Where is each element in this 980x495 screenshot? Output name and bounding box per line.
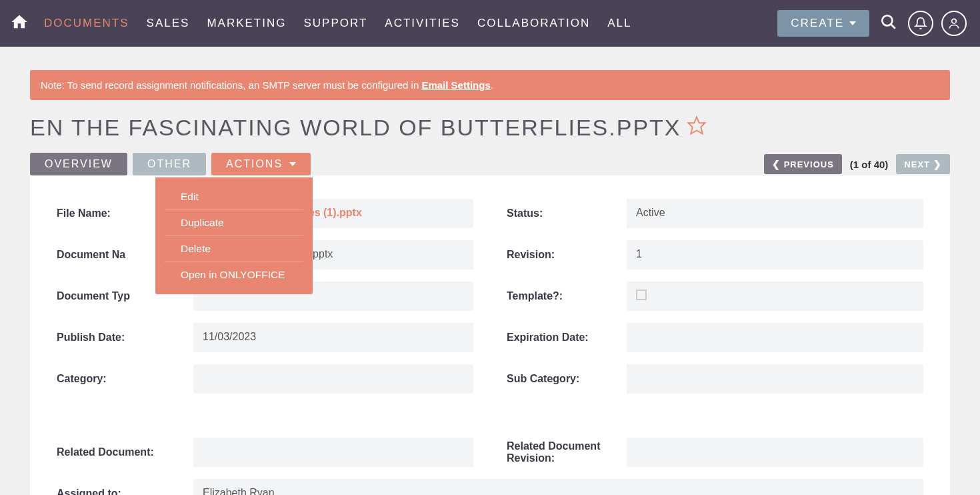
svg-point-2 [952, 19, 957, 23]
label-revision: Revision: [507, 249, 627, 261]
nav-marketing[interactable]: MARKETING [198, 0, 295, 47]
create-button[interactable]: CREATE [777, 10, 869, 37]
svg-point-0 [882, 15, 892, 25]
page-title: EN THE FASCINATING WORLD OF BUTTERFLIES.… [30, 115, 950, 141]
nav-links: DOCUMENTS SALES MARKETING SUPPORT ACTIVI… [35, 0, 777, 47]
label-related-document-revision: Related Document Revision: [507, 440, 627, 464]
alert-link[interactable]: Email Settings [421, 79, 490, 91]
tab-overview[interactable]: OVERVIEW [30, 153, 127, 175]
label-template: Template?: [507, 290, 627, 302]
action-duplicate[interactable]: Duplicate [165, 210, 303, 236]
row-expiration-date: Expiration Date: [507, 323, 923, 352]
star-icon[interactable] [687, 115, 707, 141]
value-revision: 1 [627, 240, 923, 270]
svg-line-1 [891, 24, 895, 29]
label-sub-category: Sub Category: [507, 373, 627, 385]
alert-suffix: . [491, 79, 493, 91]
nav-all[interactable]: ALL [599, 0, 640, 47]
top-navigation: DOCUMENTS SALES MARKETING SUPPORT ACTIVI… [0, 0, 980, 47]
value-sub-category [627, 364, 923, 394]
row-publish-date: Publish Date: 11/03/2023 [57, 323, 473, 352]
action-edit[interactable]: Edit [165, 184, 303, 210]
toolbar: OVERVIEW OTHER ACTIONS Edit Duplicate De… [30, 153, 950, 175]
tab-actions[interactable]: ACTIONS [211, 153, 311, 175]
previous-button[interactable]: ❮ PREVIOUS [764, 154, 842, 174]
row-related-document-revision: Related Document Revision: [507, 438, 923, 467]
previous-label: PREVIOUS [784, 159, 834, 169]
row-related-document: Related Document: [57, 438, 473, 467]
action-open-onlyoffice[interactable]: Open in ONLYOFFICE [165, 262, 303, 288]
row-category: Category: [57, 364, 473, 394]
tab-other[interactable]: OTHER [133, 153, 206, 175]
create-label: CREATE [791, 17, 844, 30]
nav-activities[interactable]: ACTIVITIES [376, 0, 469, 47]
row-template: Template?: [507, 282, 923, 311]
template-checkbox[interactable] [636, 290, 647, 300]
search-icon[interactable] [880, 13, 897, 33]
actions-dropdown: Edit Duplicate Delete Open in ONLYOFFICE [155, 177, 313, 294]
value-related-document [193, 438, 473, 467]
page-title-text: EN THE FASCINATING WORLD OF BUTTERFLIES.… [30, 115, 681, 141]
nav-support[interactable]: SUPPORT [295, 0, 376, 47]
nav-right: CREATE [777, 10, 973, 37]
value-publish-date: 11/03/2023 [193, 323, 473, 352]
label-status: Status: [507, 207, 627, 219]
tab-actions-label: ACTIONS [226, 158, 283, 170]
pagination: ❮ PREVIOUS (1 of 40) NEXT ❯ [764, 154, 950, 174]
row-sub-category: Sub Category: [507, 364, 923, 394]
alert-prefix: Note: To send record assignment notifica… [41, 79, 421, 91]
caret-down-icon [849, 21, 856, 25]
label-expiration-date: Expiration Date: [507, 332, 627, 344]
action-delete[interactable]: Delete [165, 236, 303, 262]
svg-marker-3 [688, 117, 705, 134]
value-template [627, 282, 923, 311]
notifications-icon[interactable] [908, 11, 933, 36]
alert-banner: Note: To send record assignment notifica… [30, 70, 950, 100]
caret-down-icon [289, 162, 296, 166]
nav-documents[interactable]: DOCUMENTS [35, 0, 138, 47]
nav-sales[interactable]: SALES [138, 0, 199, 47]
next-button[interactable]: NEXT ❯ [896, 154, 950, 174]
tabs: OVERVIEW OTHER ACTIONS Edit Duplicate De… [30, 153, 311, 175]
chevron-left-icon: ❮ [772, 159, 781, 169]
value-category [193, 364, 473, 394]
label-publish-date: Publish Date: [57, 332, 193, 344]
row-revision: Revision: 1 [507, 240, 923, 270]
row-assigned-to: Assigned to: Elizabeth Ryan [57, 479, 923, 495]
user-icon[interactable] [941, 11, 967, 36]
label-category: Category: [57, 373, 193, 385]
page-container: Note: To send record assignment notifica… [0, 47, 980, 495]
value-status: Active [627, 199, 923, 228]
chevron-right-icon: ❯ [933, 159, 942, 169]
row-status: Status: Active [507, 199, 923, 228]
value-expiration-date [627, 323, 923, 352]
value-related-document-revision [627, 438, 923, 467]
next-label: NEXT [904, 159, 930, 169]
page-count: (1 of 40) [850, 159, 889, 170]
home-icon[interactable] [10, 13, 29, 34]
nav-collaboration[interactable]: COLLABORATION [469, 0, 599, 47]
value-assigned-to: Elizabeth Ryan [193, 479, 923, 495]
spacer [57, 406, 923, 426]
label-assigned-to: Assigned to: [57, 488, 193, 495]
label-related-document: Related Document: [57, 446, 193, 458]
